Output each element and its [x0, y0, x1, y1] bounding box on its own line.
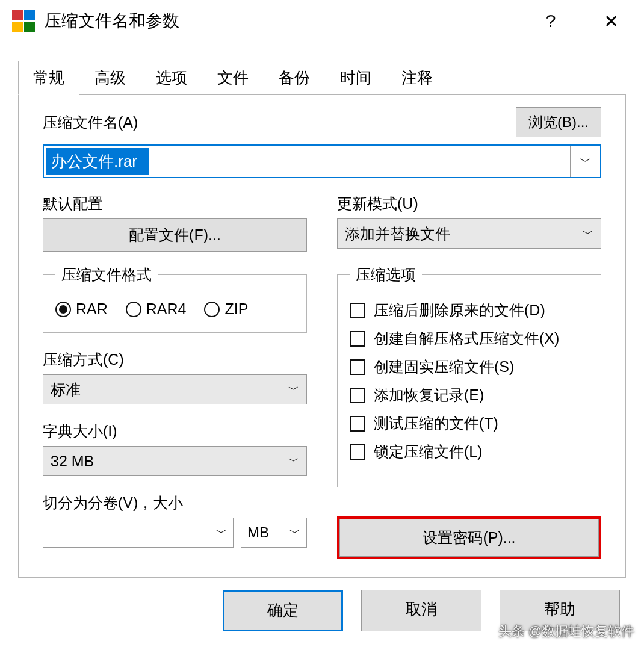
- close-button[interactable]: ✕: [590, 6, 632, 36]
- archive-name-input[interactable]: [46, 148, 149, 175]
- split-label: 切分为分卷(V)，大小: [43, 493, 307, 513]
- method-value: 标准: [51, 380, 282, 400]
- chevron-down-icon: ﹀: [209, 518, 233, 547]
- chevron-down-icon: ﹀: [577, 226, 593, 241]
- chevron-down-icon[interactable]: ﹀: [570, 146, 600, 177]
- checkbox-icon: [350, 416, 365, 432]
- split-size-combo[interactable]: ﹀: [43, 518, 234, 548]
- format-fieldset: 压缩文件格式 RAR RAR4 ZIP: [43, 265, 307, 333]
- opt-lock[interactable]: 锁定压缩文件(L): [350, 442, 589, 462]
- chevron-down-icon: ﹀: [289, 525, 300, 540]
- svg-rect-2: [12, 22, 23, 32]
- update-mode-label: 更新模式(U): [337, 194, 601, 214]
- svg-rect-1: [24, 10, 35, 20]
- tab-files[interactable]: 文件: [202, 61, 264, 95]
- split-unit-select[interactable]: MB ﹀: [241, 518, 307, 548]
- checkbox-icon: [350, 331, 365, 347]
- format-legend: 压缩文件格式: [55, 265, 158, 285]
- dict-select[interactable]: 32 MB ﹀: [43, 446, 307, 476]
- checkbox-icon: [350, 359, 365, 375]
- dict-value: 32 MB: [51, 453, 282, 470]
- chevron-down-icon: ﹀: [282, 382, 299, 397]
- options-legend: 压缩选项: [350, 265, 422, 285]
- method-select[interactable]: 标准 ﹀: [43, 374, 307, 404]
- checkbox-icon: [350, 303, 365, 318]
- format-radio-rar4[interactable]: RAR4: [126, 300, 187, 318]
- tab-time[interactable]: 时间: [325, 61, 386, 95]
- update-mode-value: 添加并替换文件: [345, 224, 577, 244]
- update-mode-select[interactable]: 添加并替换文件 ﹀: [337, 218, 601, 249]
- radio-icon: [55, 302, 71, 317]
- tab-options[interactable]: 选项: [141, 61, 202, 95]
- help-button-bottom[interactable]: 帮助: [500, 590, 620, 631]
- dialog-buttons: 确定 取消 帮助: [0, 590, 644, 649]
- opt-test[interactable]: 测试压缩的文件(T): [350, 413, 589, 433]
- tab-advanced[interactable]: 高级: [79, 61, 141, 95]
- tab-strip: 常规 高级 选项 文件 备份 时间 注释: [0, 42, 644, 94]
- app-icon: [12, 10, 35, 32]
- split-unit-value: MB: [247, 524, 269, 541]
- tab-backup[interactable]: 备份: [264, 61, 325, 95]
- ok-button[interactable]: 确定: [223, 590, 343, 631]
- dict-label: 字典大小(I): [43, 421, 307, 441]
- window-title: 压缩文件名和参数: [45, 10, 512, 32]
- archive-name-label: 压缩文件名(A): [43, 113, 138, 132]
- tab-comment[interactable]: 注释: [386, 61, 448, 95]
- set-password-button[interactable]: 设置密码(P)...: [339, 519, 599, 557]
- format-radio-rar[interactable]: RAR: [55, 300, 108, 318]
- svg-rect-0: [12, 10, 23, 20]
- tab-general[interactable]: 常规: [18, 61, 79, 95]
- browse-button[interactable]: 浏览(B)...: [516, 107, 601, 137]
- archive-name-combo[interactable]: ﹀: [43, 144, 601, 178]
- options-fieldset: 压缩选项 压缩后删除原来的文件(D) 创建自解压格式压缩文件(X) 创建固实压缩…: [337, 265, 601, 488]
- help-button[interactable]: ?: [530, 6, 572, 36]
- opt-solid[interactable]: 创建固实压缩文件(S): [350, 357, 589, 377]
- opt-recovery[interactable]: 添加恢复记录(E): [350, 385, 589, 405]
- opt-sfx[interactable]: 创建自解压格式压缩文件(X): [350, 329, 589, 348]
- radio-icon: [126, 302, 141, 317]
- profile-label: 默认配置: [43, 194, 307, 214]
- checkbox-icon: [350, 388, 365, 403]
- password-highlight: 设置密码(P)...: [337, 516, 601, 559]
- chevron-down-icon: ﹀: [282, 454, 299, 468]
- tab-panel-general: 压缩文件名(A) 浏览(B)... ﹀ 默认配置 配置文件(F)... 更新模式…: [18, 94, 626, 578]
- radio-icon: [204, 302, 220, 317]
- svg-rect-3: [24, 22, 35, 32]
- method-label: 压缩方式(C): [43, 350, 307, 370]
- cancel-button[interactable]: 取消: [361, 590, 481, 631]
- opt-delete-after[interactable]: 压缩后删除原来的文件(D): [350, 300, 589, 320]
- profile-button[interactable]: 配置文件(F)...: [43, 218, 307, 252]
- checkbox-icon: [350, 444, 365, 460]
- titlebar: 压缩文件名和参数 ? ✕: [0, 0, 644, 42]
- format-radio-zip[interactable]: ZIP: [204, 300, 248, 318]
